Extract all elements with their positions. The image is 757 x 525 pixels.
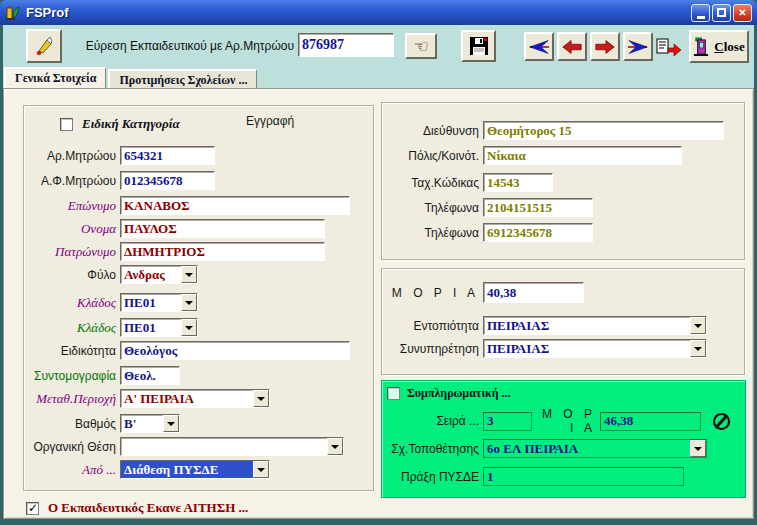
transfer-region-combobox[interactable]: Α' ΠΕΙΡΑΙΑ (120, 389, 270, 408)
surname-input[interactable] (120, 196, 350, 215)
combo-value: Α' ΠΕΙΡΑΙΑ (121, 390, 253, 407)
field-label: Κλάδος (24, 320, 116, 336)
close-form-button[interactable]: Close (689, 30, 749, 63)
pointing-hand-icon: ☜ (413, 36, 428, 57)
field-label: Ονομα (24, 221, 116, 237)
app-icon (5, 5, 21, 21)
tab-general-info[interactable]: Γενικά Στοιχεία (4, 67, 106, 88)
gender-combobox[interactable]: Ανδρας (120, 265, 198, 284)
abbreviation-input[interactable] (120, 366, 180, 385)
praxi-pysde-input[interactable] (483, 467, 684, 486)
field-label: Εντοπιότητα (382, 319, 479, 333)
chevron-down-icon[interactable] (690, 340, 706, 357)
find-button[interactable]: ☜ (405, 33, 437, 59)
organic-position-combobox[interactable] (120, 437, 344, 456)
combo-value: ΠΕ01 (121, 319, 181, 336)
field-label: Μ Ο Ρ Ι Α (532, 407, 596, 435)
supplementary-moria-input[interactable] (600, 412, 701, 431)
first-record-button[interactable] (524, 32, 554, 61)
chevron-down-icon[interactable] (690, 440, 706, 457)
special-category-checkbox[interactable] (60, 118, 73, 131)
edit-record-button[interactable] (26, 29, 62, 63)
chevron-down-icon[interactable] (327, 438, 343, 455)
supplementary-label: Συμπληρωματική ... (407, 386, 511, 401)
application-made-checkbox[interactable] (26, 502, 39, 515)
chevron-down-icon[interactable] (181, 294, 197, 311)
application-made-label: Ο Εκπαιδευτικός Εκανε ΑΙΤΗΣΗ ... (48, 500, 248, 516)
field-label: Κλάδος (24, 295, 116, 311)
moria-input[interactable] (483, 282, 584, 303)
field-label: Ειδικότητα (24, 344, 116, 358)
specialty-input[interactable] (120, 341, 350, 360)
registry-number-input[interactable] (120, 146, 215, 165)
exit-door-icon (693, 37, 710, 57)
moria-group: Μ Ο Ρ Ι Α Εντοπιότητα ΠΕΙΡΑΙΑΣ Συνυπηρέτ… (381, 268, 745, 375)
synypiretisi-combobox[interactable]: ΠΕΙΡΑΙΑΣ (483, 339, 707, 358)
field-label: Οργανική Θέση (24, 440, 116, 454)
app-window: FSProf ✕ Εύρεση Εκπαιδευτικού με Αρ.Μητρ… (0, 0, 757, 525)
chevron-down-icon[interactable] (181, 266, 197, 283)
edit-icon (34, 36, 54, 56)
previous-record-button[interactable] (557, 32, 587, 61)
seira-input[interactable] (483, 412, 532, 431)
save-button[interactable] (461, 30, 496, 62)
school-placement-combobox[interactable]: 6ο ΕΛ ΠΕΙΡΑΙΑ (483, 439, 707, 458)
postal-code-input[interactable] (483, 173, 553, 192)
klados-1-combobox[interactable]: ΠΕ01 (120, 293, 198, 312)
combo-value: ΠΕΙΡΑΙΑΣ (484, 317, 690, 334)
close-window-button[interactable]: ✕ (733, 4, 752, 22)
field-label: Πατρώνυμο (24, 244, 116, 260)
klados-2-combobox[interactable]: ΠΕ01 (120, 318, 198, 337)
field-label: Επώνυμο (24, 198, 116, 214)
previous-record-icon (561, 39, 583, 55)
field-label: Βαθμός (24, 417, 116, 431)
special-category-label: Ειδική Κατηγορία (82, 116, 180, 132)
window-title: FSProf (26, 5, 69, 20)
address-group: Διεύθυνση Πόλις/Κοινότ. Ταχ.Κώδικας Τηλέ… (381, 102, 745, 260)
maximize-button[interactable] (712, 4, 731, 22)
first-name-input[interactable] (120, 219, 325, 238)
field-label: Πόλις/Κοινότ. (382, 149, 479, 163)
maximize-icon (717, 8, 726, 17)
chevron-down-icon[interactable] (253, 390, 269, 407)
minimize-button[interactable] (691, 4, 710, 22)
field-label: Διεύθυνση (382, 124, 479, 138)
supplementary-checkbox[interactable] (387, 387, 400, 400)
next-record-button[interactable] (590, 32, 620, 61)
field-label: Φύλο (24, 268, 116, 282)
export-record-button[interactable] (655, 36, 683, 58)
father-name-input[interactable] (120, 242, 325, 261)
supplementary-group: Συμπληρωματική ... Σειρά ... Μ Ο Ρ Ι Α Σ… (381, 380, 746, 498)
field-label: Από ... (24, 462, 116, 478)
next-record-icon (594, 39, 616, 55)
street-address-input[interactable] (483, 121, 724, 140)
search-registry-input[interactable] (298, 33, 394, 57)
field-label: Α.Φ.Μητρώου (24, 174, 116, 188)
field-label: Σειρά ... (382, 414, 479, 428)
entopiotita-combobox[interactable]: ΠΕΙΡΑΙΑΣ (483, 316, 707, 335)
field-label: Συντομογραφία (24, 369, 116, 383)
chevron-down-icon[interactable] (163, 415, 179, 432)
city-input[interactable] (483, 146, 682, 165)
afm-input[interactable] (120, 171, 215, 190)
general-info-panel: Ειδική Κατηγορία Εγγραφή Αρ.Μητρώου Α.Φ.… (3, 88, 754, 519)
field-label: Αρ.Μητρώου (24, 149, 116, 163)
chevron-down-icon[interactable] (181, 319, 197, 336)
search-label: Εύρεση Εκπαιδευτικού με Αρ.Μητρώου (58, 39, 294, 53)
field-label: Τηλέφωνα (382, 226, 479, 240)
phone-2-input[interactable] (483, 223, 593, 242)
combo-value: Β' (121, 415, 163, 432)
client-area: Εύρεση Εκπαιδευτικού με Αρ.Μητρώου ☜ (3, 25, 754, 519)
grade-combobox[interactable]: Β' (120, 414, 180, 433)
combo-value: ΠΕΙΡΑΙΑΣ (484, 340, 690, 357)
close-icon: ✕ (738, 7, 746, 18)
tab-school-preferences[interactable]: Προτιμήσεις Σχολείων ... (108, 69, 257, 88)
first-record-icon (528, 39, 550, 55)
close-button-label: Close (714, 39, 744, 55)
chevron-down-icon[interactable] (253, 461, 269, 478)
phone-1-input[interactable] (483, 198, 593, 217)
title-bar[interactable]: FSProf ✕ (0, 0, 757, 25)
apo-combobox[interactable]: Διάθεση ΠΥΣΔΕ (120, 460, 270, 479)
last-record-button[interactable] (623, 32, 653, 61)
chevron-down-icon[interactable] (690, 317, 706, 334)
